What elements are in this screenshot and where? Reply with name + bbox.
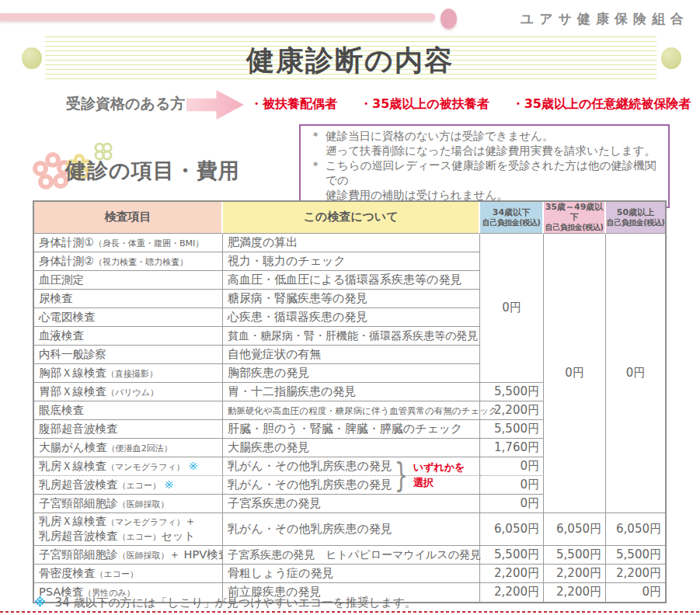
table-row: 身体計測①（身長・体重・腹囲・BMI）肥満度の算出0円0円0円 (34, 234, 665, 252)
exam-item-cell: 大腸がん検査（便潜血2回法） (34, 439, 223, 457)
price-cell: 5,500円 (480, 420, 544, 439)
exam-desc-cell: 子宮系疾患の発見 (223, 495, 480, 513)
col-header-item: 検査項目 (34, 202, 223, 234)
table-header-row: 検査項目 この検査について 34歳以下自己負担金(税込) 35歳～49歳以下自己… (34, 202, 665, 234)
right-arrow-icon (186, 90, 244, 120)
price-cell: 5,500円 (480, 546, 544, 565)
footer-note: ※34 歳以下の方には「しこり」が見つけやすいエコーを推奨します。 (34, 596, 416, 610)
eligibility-item: ・被扶養配偶者 (250, 96, 337, 111)
exam-item-cell: 乳房Ｘ線検査（マンモグラフィ）＋乳房超音波検査（エコー）セット (34, 513, 223, 546)
price-cell: 0円 (606, 583, 665, 602)
exam-item-cell: 眼底検査 (34, 401, 223, 420)
price-cell: 6,050円 (480, 513, 544, 546)
section-title: 健診の項目・費用 (65, 157, 240, 185)
exam-item-cell: 乳房Ｘ線検査（マンモグラフィ） ※ (34, 457, 223, 476)
exam-desc-cell: 乳がん・その他乳房疾患の発見 (223, 513, 480, 546)
exam-desc-cell: 大腸疾患の発見 (223, 439, 480, 457)
exam-desc-cell: 糖尿病・腎臓疾患等の発見 (223, 290, 480, 308)
notice-item: ＊ 健診当日に資格のない方は受診できません。 遡って扶養削除になった場合は健診費… (305, 129, 662, 158)
exam-item-cell: 尿検査 (34, 290, 223, 308)
exam-item-cell: 骨密度検査（エコー） (34, 565, 223, 583)
table-row: 乳房Ｘ線検査（マンモグラフィ）＋乳房超音波検査（エコー）セット乳がん・その他乳房… (34, 513, 665, 546)
header-dot-icon (441, 9, 457, 29)
price-cell: 0円 (606, 234, 665, 513)
header-rule (0, 13, 435, 21)
price-cell: 2,200円 (480, 565, 544, 583)
exam-item-cell: 血圧測定 (34, 271, 223, 290)
exam-desc-cell: 骨粗しょう症の発見 (223, 565, 480, 583)
exam-item-cell: 身体計測②（視力検査・聴力検査） (34, 252, 223, 271)
red-dashed-rule (0, 611, 700, 613)
price-cell: 0円 (480, 457, 544, 476)
col-header-about: この検査について (223, 202, 480, 234)
price-cell: 5,500円 (480, 383, 544, 401)
price-cell: 2,200円 (480, 583, 544, 602)
table-row: 子宮頸部細胞診（医師採取）＋ HPV検査子宮系疾患の発見 ヒトパピローマウイルス… (34, 546, 665, 565)
footer-note-text: 34 歳以下の方には「しこり」が見つけやすいエコーを推奨します。 (55, 596, 416, 610)
price-cell: 2,200円 (544, 565, 606, 583)
exam-desc-cell: 胸部疾患の発見 (223, 364, 480, 383)
notice-line: 遡って扶養削除になった場合は健診費用実費を請求いたします。 (326, 144, 656, 157)
blue-asterisk-marker: ※ (34, 596, 46, 610)
title-band: 健康診断の内容 (0, 36, 700, 81)
exam-desc-cell: 肥満度の算出 (223, 234, 480, 252)
exam-table-body: 身体計測①（身長・体重・腹囲・BMI）肥満度の算出0円0円0円身体計測②（視力検… (34, 234, 665, 602)
price-cell: 1,760円 (480, 439, 544, 457)
exam-desc-cell: 動脈硬化や高血圧の程度・糖尿病に伴う血管異常の有無のチェック (223, 401, 480, 420)
exam-item-cell: 血液検査 (34, 327, 223, 346)
exam-item-cell: 腹部超音波検査 (34, 420, 223, 439)
exam-item-cell: 内科一般診察 (34, 346, 223, 364)
exam-item-cell: 胸部Ｘ線検査（直接撮影） (34, 364, 223, 383)
price-cell: 5,500円 (606, 546, 665, 565)
price-cell: 2,200円 (544, 583, 606, 602)
exam-desc-cell: 子宮系疾患の発見 ヒトパピローマウイルスの発見 (223, 546, 480, 565)
eligibility-item: ・35歳以上の任意継続被保険者 (512, 96, 691, 111)
notice-box: ＊ 健診当日に資格のない方は受診できません。 遡って扶養削除になった場合は健診費… (299, 124, 670, 208)
table-row: 骨密度検査（エコー）骨粗しょう症の発見2,200円2,200円2,200円 (34, 565, 665, 583)
exam-item-cell: 心電図検査 (34, 308, 223, 327)
price-cell: 0円 (480, 234, 544, 383)
price-cell: 6,050円 (544, 513, 606, 546)
exam-desc-cell: 乳がん・その他乳房疾患の発見}いずれかを選択 (223, 457, 480, 476)
exam-fee-table: 検査項目 この検査について 34歳以下自己負担金(税込) 35歳～49歳以下自己… (33, 200, 667, 603)
price-cell: 5,500円 (544, 546, 606, 565)
eligibility-label: 受診資格のある方 (66, 94, 185, 114)
exam-desc-cell: 視力・聴力のチェック (223, 252, 480, 271)
notice-item: ＊ こちらの巡回レディース健康診断を受診された方は他の健診機関での 健診費用の補… (305, 158, 662, 203)
leaflet-page: ユアサ健康保険組合 健康診断の内容 受診資格のある方 ・被扶養配偶者・35歳以上… (0, 0, 700, 615)
exam-desc-cell: 高血圧・低血圧による循環器系疾患等の発見 (223, 271, 480, 290)
notice-line: 健診費用の補助は受けられません。 (326, 189, 508, 201)
col-header-age50: 50歳以上自己負担金(税込) (606, 202, 665, 234)
exam-desc-cell: 肝臓・胆のう・腎臓・脾臓・膵臓のチェック (223, 420, 480, 439)
col-header-age34: 34歳以下自己負担金(税込) (480, 202, 544, 234)
eligibility-items: ・被扶養配偶者・35歳以上の被扶養者・35歳以上の任意継続被保険者 (250, 96, 691, 113)
price-cell: 0円 (480, 495, 544, 513)
page-title: 健康診断の内容 (0, 42, 700, 80)
asterisk-marker: ＊ (305, 129, 326, 158)
exam-desc-cell: 乳がん・その他乳房疾患の発見 (223, 476, 480, 495)
notice-line: 健診当日に資格のない方は受診できません。 (326, 130, 553, 142)
asterisk-marker: ＊ (305, 158, 326, 203)
exam-desc-cell: 心疾患・循環器疾患の発見 (223, 308, 480, 327)
price-cell: 0円 (480, 476, 544, 495)
price-cell: 0円 (544, 234, 606, 513)
exam-desc-cell: 胃・十二指腸疾患の発見 (223, 383, 480, 401)
org-name: ユアサ健康保険組合 (521, 10, 689, 28)
notice-line: こちらの巡回レディース健康診断を受診された方は他の健診機関での (326, 159, 656, 186)
exam-item-cell: 胃部Ｘ線検査（バリウム） (34, 383, 223, 401)
exam-desc-cell: 自他覚症状の有無 (223, 346, 480, 364)
exam-desc-cell: 貧血・糖尿病・腎・肝機能・循環器系疾患等の発見 (223, 327, 480, 346)
price-cell: 2,200円 (606, 565, 665, 583)
exam-item-cell: 子宮頸部細胞診（医師採取） (34, 495, 223, 513)
exam-item-cell: 身体計測①（身長・体重・腹囲・BMI） (34, 234, 223, 252)
eligibility-item: ・35歳以上の被扶養者 (360, 96, 489, 111)
exam-item-cell: 子宮頸部細胞診（医師採取）＋ HPV検査 (34, 546, 223, 565)
price-cell: 6,050円 (606, 513, 665, 546)
col-header-age35-49: 35歳～49歳以下自己負担金(税込) (544, 202, 606, 234)
exam-item-cell: 乳房超音波検査（エコー） ※ (34, 476, 223, 495)
